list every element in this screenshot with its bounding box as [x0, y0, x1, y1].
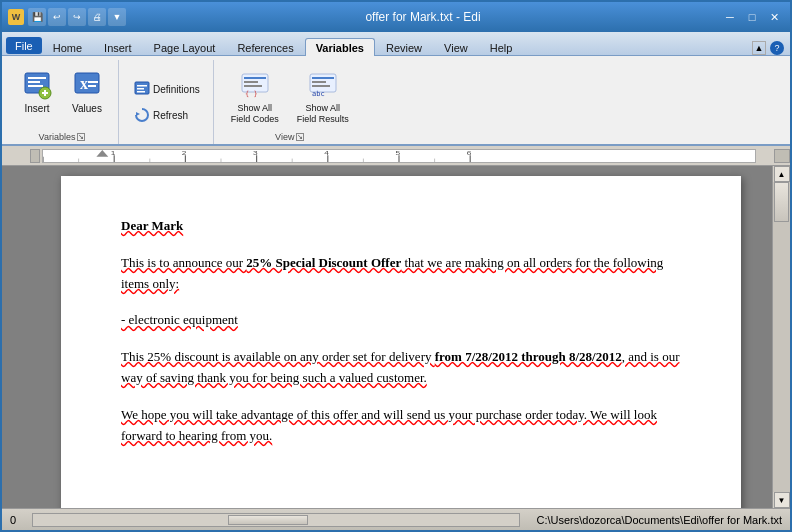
svg-rect-13	[137, 88, 144, 90]
tab-variables[interactable]: Variables	[305, 38, 375, 56]
ruler-right-margin	[774, 149, 790, 163]
document-page: Dear Mark This is to announce our 25% Sp…	[61, 176, 741, 508]
ruler-track: 1 2 3 4 5 6	[42, 149, 756, 163]
svg-rect-3	[28, 85, 43, 87]
title-bar-left: W 💾 ↩ ↪ 🖨 ▼	[8, 8, 126, 26]
scroll-thumb[interactable]	[774, 182, 789, 222]
ribbon-group-content-view: { } Show AllField Codes abc	[224, 62, 356, 130]
svg-rect-14	[137, 91, 145, 93]
variables-group-arrow[interactable]: ↘	[77, 133, 85, 141]
tab-references[interactable]: References	[226, 38, 304, 56]
ribbon-tab-bar: File Home Insert Page Layout References …	[2, 32, 790, 56]
vertical-scrollbar[interactable]: ▲ ▼	[772, 166, 790, 508]
discount-text-1: This 25% discount is available on any or…	[121, 349, 435, 364]
svg-rect-23	[312, 81, 326, 83]
doc-scroll-area[interactable]: Dear Mark This is to announce our 25% Sp…	[30, 166, 772, 508]
tab-file[interactable]: File	[6, 37, 42, 54]
values-button[interactable]: x Values	[64, 64, 110, 119]
status-bar: 0 C:\Users\dozorca\Documents\Edi\offer f…	[2, 508, 790, 530]
svg-rect-19	[244, 85, 262, 87]
closing-text: We hope you will take advantage of this …	[121, 407, 657, 443]
discount-dates: from 7/28/2012 through 8/28/2012	[435, 349, 622, 364]
ribbon-group-variables-extra: Definitions Refresh	[121, 60, 214, 144]
svg-text:4: 4	[324, 150, 329, 157]
svg-text:1: 1	[111, 150, 116, 157]
svg-text:abc: abc	[312, 90, 325, 98]
values-label: Values	[72, 103, 102, 114]
refresh-label: Refresh	[153, 110, 188, 121]
horizontal-scrollbar[interactable]	[32, 513, 520, 527]
definitions-label: Definitions	[153, 84, 200, 95]
window-controls: ─ □ ✕	[720, 8, 784, 26]
view-group-arrow[interactable]: ↘	[296, 133, 304, 141]
list-item-text: - electronic equipment	[121, 312, 238, 327]
doc-left-margin	[2, 166, 30, 508]
tab-home[interactable]: Home	[42, 38, 93, 56]
maximize-button[interactable]: □	[742, 8, 762, 26]
svg-text:2: 2	[182, 150, 187, 157]
show-field-results-button[interactable]: abc Show AllField Results	[290, 64, 356, 130]
refresh-icon	[134, 107, 150, 123]
show-all-field-codes-button[interactable]: { } Show AllField Codes	[224, 64, 286, 130]
svg-rect-1	[28, 77, 46, 79]
show-all-field-codes-label: Show AllField Codes	[231, 103, 279, 125]
paragraph-discount: This 25% discount is available on any or…	[121, 347, 681, 389]
show-all-field-codes-icon: { }	[239, 69, 271, 101]
svg-text:{ }: { }	[245, 90, 258, 98]
svg-rect-22	[312, 77, 334, 79]
ribbon-group-content-vars-extra: Definitions Refresh	[129, 62, 205, 140]
svg-rect-10	[88, 85, 96, 87]
insert-button[interactable]: Insert	[14, 64, 60, 119]
tab-insert[interactable]: Insert	[93, 38, 143, 56]
ribbon-group-content-variables: Insert x Values	[14, 62, 110, 130]
minimize-button[interactable]: ─	[720, 8, 740, 26]
refresh-button[interactable]: Refresh	[129, 104, 193, 126]
ribbon-group-view: { } Show AllField Codes abc	[216, 60, 364, 144]
page-number: 0	[10, 514, 16, 526]
tab-view[interactable]: View	[433, 38, 479, 56]
svg-rect-12	[137, 85, 147, 87]
svg-rect-18	[244, 81, 258, 83]
scroll-track[interactable]	[773, 182, 790, 492]
svg-rect-17	[244, 77, 266, 79]
hscroll-thumb[interactable]	[228, 515, 308, 525]
window-title: offer for Mark.txt - Edi	[126, 10, 720, 24]
definitions-button[interactable]: Definitions	[129, 78, 205, 100]
insert-icon	[21, 69, 53, 101]
application-window: W 💾 ↩ ↪ 🖨 ▼ offer for Mark.txt - Edi ─ □…	[0, 0, 792, 532]
title-bar: W 💾 ↩ ↪ 🖨 ▼ offer for Mark.txt - Edi ─ □…	[2, 2, 790, 32]
quick-access-toolbar: 💾 ↩ ↪ 🖨 ▼	[28, 8, 126, 26]
help-icon[interactable]: ?	[770, 41, 784, 55]
ruler: 1 2 3 4 5 6	[2, 146, 790, 166]
print-qs-btn[interactable]: 🖨	[88, 8, 106, 26]
undo-qs-btn[interactable]: ↩	[48, 8, 66, 26]
redo-qs-btn[interactable]: ↪	[68, 8, 86, 26]
app-icon: W	[8, 9, 24, 25]
tab-review[interactable]: Review	[375, 38, 433, 56]
save-qs-btn[interactable]: 💾	[28, 8, 46, 26]
definitions-icon	[134, 81, 150, 97]
paragraph-list: - electronic equipment	[121, 310, 681, 331]
svg-rect-24	[312, 85, 330, 87]
document-area: Dear Mark This is to announce our 25% Sp…	[2, 166, 790, 508]
svg-marker-15	[136, 112, 140, 116]
close-button[interactable]: ✕	[764, 8, 784, 26]
svg-text:3: 3	[253, 150, 258, 157]
scroll-up-arrow[interactable]: ▲	[774, 166, 790, 182]
greeting-text: Dear Mark	[121, 218, 183, 233]
svg-text:6: 6	[467, 150, 472, 157]
view-group-label: View ↘	[224, 130, 356, 144]
intro-emphasis: 25% Special Discount Offer	[246, 255, 401, 270]
tab-page-layout[interactable]: Page Layout	[143, 38, 227, 56]
customize-qs-btn[interactable]: ▼	[108, 8, 126, 26]
ribbon-collapse-btn[interactable]: ▲	[752, 41, 766, 55]
svg-marker-45	[96, 150, 108, 157]
variables-extra-group-label	[129, 140, 205, 144]
intro-text-1: This is to announce our	[121, 255, 246, 270]
ribbon-group-variables-main: Insert x Values Variables	[6, 60, 119, 144]
scroll-down-arrow[interactable]: ▼	[774, 492, 790, 508]
paragraph-closing: We hope you will take advantage of this …	[121, 405, 681, 447]
show-field-results-label: Show AllField Results	[297, 103, 349, 125]
values-icon: x	[71, 69, 103, 101]
tab-help[interactable]: Help	[479, 38, 524, 56]
